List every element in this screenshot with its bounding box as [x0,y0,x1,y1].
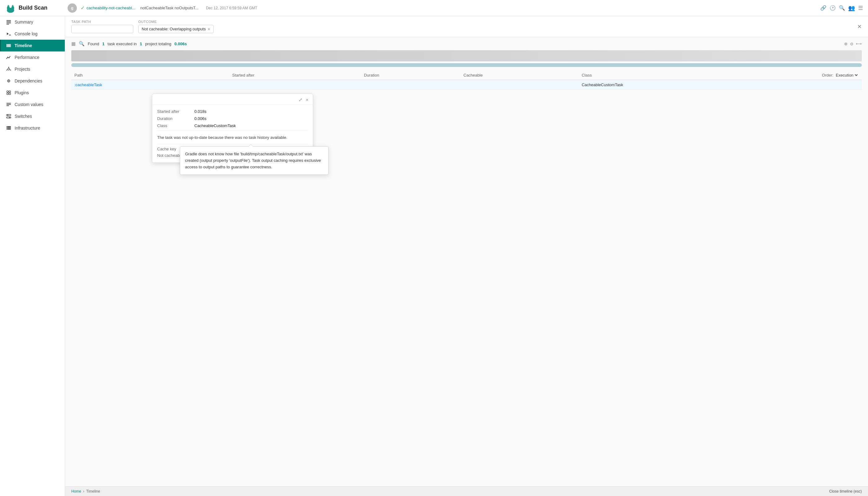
task-card-title [157,98,158,102]
sidebar-item-custom-values[interactable]: Custom values [0,98,65,110]
filter-bar: Task path Outcome Not cacheable: Overlap… [65,16,868,37]
started-after-row: Started after 0.018s [157,109,308,114]
results-actions: ⊕ ⊖ ⟷ [844,42,862,46]
duration-value: 0.006s [195,116,206,121]
link-icon[interactable]: 🔗 [820,5,826,11]
breadcrumb-home[interactable]: Home [71,489,81,494]
duration-label: Duration [157,116,195,121]
scan-status: ✓ cacheability-not-cacheabl... [81,5,136,11]
tooltip-arrow [248,144,253,146]
col-path: Path [71,71,229,80]
timeline-table: Path Started after Duration Cacheable Cl… [71,71,862,90]
close-timeline-button[interactable]: Close timeline (esc) [829,489,862,494]
table-header: Path Started after Duration Cacheable Cl… [71,71,862,80]
svg-rect-13 [6,44,7,47]
topbar-actions: 🔗 🕑 🔍 👥 ☰ [820,5,863,12]
performance-icon [6,55,12,60]
order-select[interactable]: Execution Duration Path [835,73,859,78]
results-bar: ▦ 🔍 Found 1 task executed in 1 project t… [65,37,868,50]
sidebar-item-label: Dependencies [15,78,43,83]
fit-icon[interactable]: ⟷ [856,42,862,46]
custom-values-icon [6,102,12,107]
sidebar-item-plugins[interactable]: Plugins [0,87,65,98]
main-layout: Summary Console log Timeline Performance… [0,16,868,496]
breadcrumb: Home › Timeline [71,489,100,494]
col-cacheable: Cacheable [460,71,578,80]
topbar: Build Scan g ✓ cacheability-not-cacheabl… [0,0,868,16]
svg-rect-41 [7,126,8,127]
timeline-gradient-bar [71,50,862,61]
col-class: Class [578,71,800,80]
scan-datetime: Dec 12, 2017 6:59:59 AM GMT [206,6,257,10]
svg-rect-10 [6,24,9,25]
outcome-remove-button[interactable]: × [208,27,210,31]
breadcrumb-current: Timeline [86,489,100,494]
svg-rect-33 [6,105,9,106]
filter-close-button[interactable]: ✕ [857,23,862,30]
divider [157,130,308,131]
svg-point-5 [8,5,9,6]
svg-rect-14 [8,44,9,47]
main-content: Task path Outcome Not cacheable: Overlap… [65,16,868,496]
sidebar-item-summary[interactable]: Summary [0,16,65,28]
menu-icon[interactable]: ☰ [858,5,863,12]
task-card-actions: ⤢ × [298,97,308,103]
sidebar-item-dependencies[interactable]: Dependencies [0,75,65,87]
logo-area: Build Scan [5,2,64,14]
sidebar-item-label: Summary [15,19,33,25]
table-row[interactable]: :cacheableTask CacheableCustomTask [71,80,862,90]
svg-rect-29 [7,93,9,95]
results-project-text: project totaling [145,42,171,46]
app-title: Build Scan [19,5,47,11]
sidebar-item-label: Plugins [15,90,29,95]
sidebar-item-infrastructure[interactable]: Infrastructure [0,122,65,134]
zoom-out-icon[interactable]: ⊖ [850,42,853,46]
scan-name[interactable]: cacheability-not-cacheabl... [87,5,136,10]
col-started-after: Started after [229,71,361,80]
cell-cacheable [460,80,578,90]
user-avatar[interactable]: g [67,3,77,13]
search-icon[interactable]: 🔍 [839,5,845,11]
sidebar-item-label: Console log [15,31,37,36]
task-path-label: Task path [71,20,133,24]
svg-rect-8 [6,21,11,22]
class-label: Class [157,123,195,128]
history-icon[interactable]: 🕑 [830,5,836,11]
task-path-input[interactable] [71,25,133,33]
sidebar-item-projects[interactable]: Projects [0,63,65,75]
svg-rect-12 [9,35,11,35]
results-task-count: 1 [102,42,105,46]
task-path-filter: Task path [71,20,133,33]
console-icon [6,31,12,36]
sidebar-item-console-log[interactable]: Console log [0,28,65,40]
cell-duration [361,80,460,90]
sidebar-item-label: Timeline [15,43,32,48]
zoom-in-icon[interactable]: ⊕ [844,42,848,46]
svg-rect-31 [6,103,11,104]
table-body: :cacheableTask CacheableCustomTask [71,80,862,90]
sidebar-item-switches[interactable]: Switches [0,110,65,122]
sidebar-item-performance[interactable]: Performance [0,51,65,63]
users-icon[interactable]: 👥 [848,5,855,12]
task-name: notCacheableTask noOutputsT... [140,5,199,10]
cell-started-after [229,80,361,90]
sidebar-item-timeline[interactable]: Timeline [0,40,65,51]
cell-order [800,80,862,90]
svg-point-36 [7,115,9,115]
expand-button[interactable]: ⤢ [298,97,303,103]
results-middle-text: task executed in [108,42,137,46]
task-card-header: ⤢ × [152,94,313,105]
col-order: Order: Execution Duration Path [800,71,862,80]
class-value: CacheableCustomTask [195,123,236,128]
switches-icon [6,113,12,119]
sidebar-item-label: Switches [15,114,32,119]
class-row: Class CacheableCustomTask [157,123,308,128]
results-total-time: 0.006s [174,42,187,46]
timeline-scroll-bar[interactable] [71,63,862,67]
sidebar-item-label: Infrastructure [15,126,40,130]
results-project-count: 1 [140,42,142,46]
outcome-tag: Not cacheable: Overlapping outputs × [138,25,214,33]
svg-rect-16 [10,44,11,47]
close-button[interactable]: × [306,97,308,103]
sidebar-item-label: Performance [15,55,40,60]
